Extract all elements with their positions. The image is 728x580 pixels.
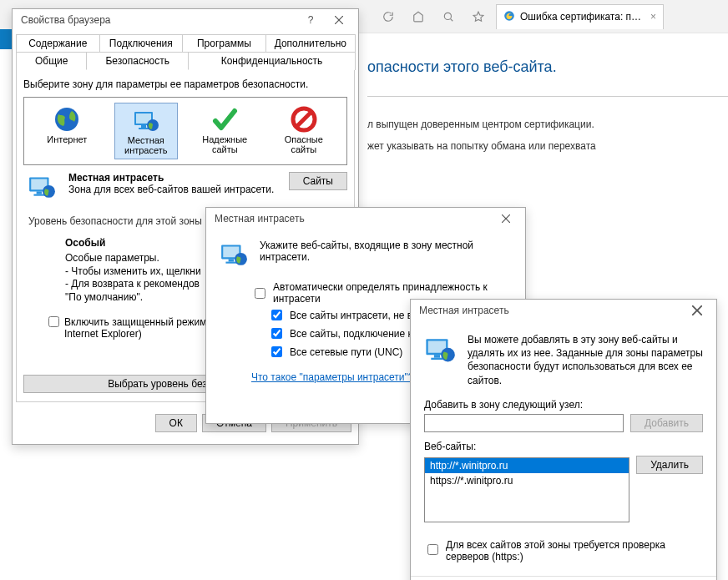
proxy-bypass-checkbox[interactable] [271,328,282,339]
svg-rect-23 [229,259,234,261]
zone-label: Местная интрасеть [117,135,175,155]
home-icon[interactable] [406,5,431,28]
close-icon[interactable] [492,209,520,228]
svg-rect-10 [139,128,149,129]
svg-marker-2 [473,12,483,21]
require-https-label: Для всех сайтов этой зоны требуется пров… [446,539,703,562]
favorites-icon[interactable] [466,5,491,28]
help-icon[interactable]: ? [296,11,325,29]
protected-mode-checkbox[interactable] [48,316,59,327]
add-site-label: Добавить в зону следующий узел: [424,399,703,411]
reload-icon[interactable] [376,5,401,28]
tab-programs[interactable]: Программы [182,34,266,52]
li1-heading: Укажите веб-сайты, входящие в зону местн… [260,240,512,270]
zone-label: Интернет [47,134,87,144]
tab-close-icon[interactable]: × [650,11,656,23]
monitor-globe-icon [424,333,458,387]
add-site-input[interactable] [424,414,624,432]
close-icon[interactable] [325,11,353,29]
checkmark-icon [211,106,238,133]
search-icon[interactable] [436,5,461,28]
svg-rect-17 [33,194,44,196]
zone-desc-title: Местная интрасеть [68,172,274,184]
unc-paths-label: Все сетевые пути (UNC) [290,346,402,358]
sites-listbox[interactable]: http://*.winitpro.ru https://*.winitpro.… [424,457,629,522]
zone-restricted[interactable]: Опасные сайты [272,103,336,159]
cert-text-line-1: л выпущен доверенным центром сертификаци… [367,117,728,132]
globe-icon [53,106,80,133]
monitor-globe-icon [133,107,159,134]
zone-local-intranet[interactable]: Местная интрасеть [114,103,178,159]
proxy-bypass-label: Все сайты, подключение к кот [290,328,429,340]
tab-privacy[interactable]: Конфиденциальность [188,52,356,70]
tab-connections[interactable]: Подключения [99,34,184,52]
zone-label: Надежные сайты [195,134,255,154]
io-tabs: Содержание Подключения Программы Дополни… [16,34,355,70]
svg-rect-9 [141,125,146,128]
level-legend: Уровень безопасности для этой зоны [23,215,207,227]
sites-button[interactable]: Сайты [289,172,347,190]
li1-title: Местная интрасеть [215,213,305,224]
svg-rect-24 [225,262,236,264]
svg-rect-16 [37,192,42,194]
tab-advanced[interactable]: Дополнительно [265,34,356,52]
svg-line-1 [451,18,453,21]
unc-paths-checkbox[interactable] [271,346,282,357]
tab-security[interactable]: Безопасность [86,52,189,70]
local-intranet-sites-dialog: Местная интрасеть Вы можете добавлять в … [410,299,717,580]
svg-rect-30 [434,355,440,358]
li2-title: Местная интрасеть [419,305,509,316]
list-item[interactable]: https://*.winitpro.ru [425,473,629,488]
intranet-sites-checkbox[interactable] [271,310,282,320]
delete-button[interactable]: Удалить [636,456,703,474]
zone-selector: Интернет Местная интрасеть Надежные сайт… [23,97,347,165]
zone-internet[interactable]: Интернет [35,103,99,159]
list-item[interactable]: http://*.winitpro.ru [425,458,629,473]
tab-content[interactable]: Содержание [16,34,100,52]
zone-desc-text: Зона для всех веб-сайтов вашей интрасети… [68,184,274,195]
cert-text-line-2: жет указывать на попытку обмана или пере… [367,139,728,154]
require-https-checkbox[interactable] [427,544,438,555]
svg-point-0 [444,13,451,19]
auto-detect-checkbox[interactable] [255,288,265,299]
ie-logo-icon [503,10,515,24]
monitor-globe-icon [220,240,250,270]
zone-description: Местная интрасеть Зона для всех веб-сайт… [68,172,274,195]
io-title: Свойства браузера [21,14,111,26]
cert-heading: опасности этого веб-сайта. [367,58,728,76]
sites-label: Веб-сайты: [424,441,703,452]
monitor-globe-icon [23,172,60,200]
zone-trusted[interactable]: Надежные сайты [193,103,256,159]
close-icon[interactable] [683,301,711,320]
zone-label: Опасные сайты [274,134,334,154]
tab-title: Ошибка сертификата: пер... [520,11,645,23]
li2-heading: Вы можете добавлять в эту зону веб-сайты… [468,333,703,387]
browser-tab[interactable]: Ошибка сертификата: пер... × [496,4,664,29]
ok-button[interactable]: ОК [155,414,197,432]
svg-line-13 [296,112,311,127]
zone-prompt: Выберите зону для параметры ее параметро… [23,78,347,90]
io-titlebar: Свойства браузера ? [13,9,358,31]
intranet-params-link[interactable]: Что такое "параметры интрасети"? [251,371,413,383]
prohibit-icon [291,106,317,133]
add-button[interactable]: Добавить [630,414,703,432]
tab-general[interactable]: Общие [16,52,87,70]
svg-rect-31 [431,358,442,360]
